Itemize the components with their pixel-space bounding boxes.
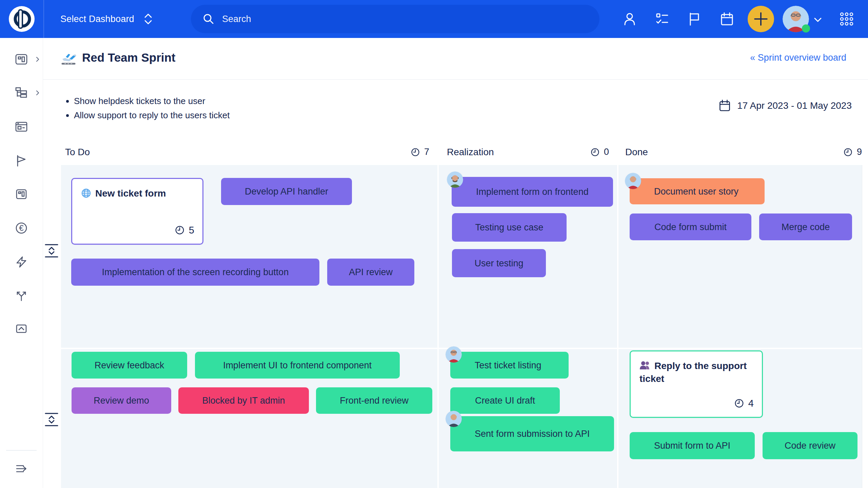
top-header: Select Dashboard	[0, 0, 868, 38]
chevron-right-icon[interactable]	[35, 90, 41, 96]
sidebar-item-dashboards[interactable]	[15, 53, 28, 66]
clock-icon	[734, 398, 744, 408]
left-sidebar: €	[0, 38, 43, 488]
sidebar-item-projects[interactable]	[15, 86, 28, 100]
card-new-ticket-form[interactable]: New ticket form 5	[71, 178, 203, 245]
flag-icon[interactable]	[687, 12, 702, 26]
column-header-done: Done 9	[618, 139, 865, 165]
card-test-ticket-listing[interactable]: Test ticket listing	[450, 352, 569, 379]
globe-icon	[81, 188, 91, 198]
browser-window-icon	[15, 120, 28, 134]
card-merge-code[interactable]: Merge code	[759, 214, 852, 240]
assignee-avatar	[447, 171, 463, 188]
clock-icon	[590, 147, 600, 157]
plus-icon	[753, 12, 768, 26]
sprint-overview-link[interactable]: « Sprint overview board	[750, 53, 846, 63]
lane2-done-cell: Reply to the support ticket 4 Submit for…	[618, 349, 862, 488]
lane1-done-cell: Document user story Code form submit Mer…	[618, 165, 862, 348]
clock-icon	[411, 147, 420, 157]
projects-tree-icon	[15, 86, 28, 100]
automation-zap-icon	[15, 255, 28, 269]
page-title: Red Team Sprint	[82, 51, 176, 64]
card-api-review[interactable]: API review	[327, 259, 414, 286]
workflow-split-icon	[15, 288, 28, 302]
collapse-menu-icon	[15, 462, 28, 475]
search-icon	[202, 13, 215, 25]
search-bar[interactable]	[191, 5, 599, 33]
card-front-end-review[interactable]: Front-end review	[316, 387, 432, 414]
card-title: New ticket form	[81, 187, 194, 200]
card-create-ui-draft[interactable]: Create UI draft	[450, 387, 560, 414]
sprint-goal-item: Allow support to reply to the users tick…	[74, 108, 230, 122]
collapse-sidebar-button[interactable]	[15, 462, 28, 475]
card-review-feedback[interactable]: Review feedback	[72, 352, 187, 379]
clock-icon	[175, 225, 185, 235]
card-reply-support-ticket[interactable]: Reply to the support ticket 4	[630, 350, 763, 418]
clock-icon	[843, 147, 853, 157]
lane1-realization-cell: Implement form on frontend Testing use c…	[439, 165, 617, 348]
dashboard-selector[interactable]: Select Dashboard	[60, 0, 153, 38]
card-implement-form-frontend[interactable]: Implement form on frontend	[452, 177, 613, 207]
app-logo[interactable]	[8, 6, 35, 32]
archive-box-icon	[15, 322, 28, 336]
card-develop-api-handler[interactable]: Develop API handler	[221, 178, 352, 205]
card-implement-ui-component[interactable]: Implement UI to frontend component	[195, 352, 400, 379]
calendar-icon	[718, 99, 731, 112]
sprint-date-range[interactable]: 17 Apr 2023 - 01 May 2023	[718, 99, 852, 112]
card-review-demo[interactable]: Review demo	[72, 387, 171, 414]
sidebar-item-pages[interactable]	[15, 120, 28, 134]
app-window: Select Dashboard	[0, 0, 868, 488]
swimlane-collapse-handle[interactable]	[45, 244, 58, 258]
finance-euro-icon: €	[15, 221, 28, 235]
board-scroll-gutter[interactable]	[862, 165, 868, 488]
sidebar-item-finance[interactable]: €	[15, 221, 28, 235]
card-submit-form-api[interactable]: Submit form to API	[630, 432, 755, 459]
dashboard-icon	[15, 53, 28, 66]
assignee-avatar	[446, 411, 462, 427]
card-sent-form-submission[interactable]: Sent form submission to API	[450, 416, 614, 451]
column-header-todo: To Do 7	[61, 139, 437, 165]
user-avatar[interactable]	[783, 6, 809, 32]
card-document-user-story[interactable]: Document user story	[630, 178, 765, 204]
column-header-realization: Realization 0	[439, 139, 617, 165]
sidebar-item-milestones[interactable]	[15, 154, 28, 167]
card-blocked-by-it-admin[interactable]: Blocked by IT admin	[178, 387, 309, 414]
column-hours: 0	[590, 147, 609, 157]
dashboard-selector-label: Select Dashboard	[60, 14, 134, 24]
column-title: To Do	[65, 147, 90, 158]
user-icon[interactable]	[623, 12, 637, 26]
swimlane-collapse-handle[interactable]	[45, 412, 58, 427]
sidebar-divider	[6, 450, 37, 451]
calendar-icon[interactable]	[720, 12, 734, 26]
date-range-label: 17 Apr 2023 - 01 May 2023	[737, 100, 852, 111]
section-divider	[43, 79, 868, 80]
card-estimate: 5	[175, 223, 194, 237]
sidebar-item-workflow[interactable]	[15, 288, 28, 302]
sidebar-item-archive[interactable]	[15, 322, 28, 336]
card-code-form-submit[interactable]: Code form submit	[630, 214, 751, 240]
lane2-realization-cell: Test ticket listing Create UI draft Sent…	[439, 349, 617, 488]
card-user-testing[interactable]: User testing	[452, 249, 546, 277]
assignee-avatar	[446, 346, 462, 363]
chevron-right-icon[interactable]	[35, 56, 41, 62]
sidebar-item-automation[interactable]	[15, 255, 28, 269]
card-code-review[interactable]: Code review	[763, 432, 857, 459]
add-plus-button[interactable]	[748, 6, 774, 32]
column-title: Realization	[447, 147, 494, 158]
search-input[interactable]	[221, 14, 562, 25]
chevron-down-icon[interactable]	[813, 15, 823, 24]
svg-text:€: €	[19, 223, 24, 232]
card-testing-use-case[interactable]: Testing use case	[452, 213, 567, 242]
header-divider	[43, 0, 44, 38]
sprint-goals-list: Show helpdesk tickets to the user Allow …	[64, 94, 230, 122]
column-title: Done	[625, 147, 648, 158]
plane-departure-icon	[61, 50, 77, 66]
pennant-icon	[15, 154, 28, 167]
sprint-goal-item: Show helpdesk tickets to the user	[74, 94, 230, 108]
sidebar-item-boards[interactable]	[15, 187, 28, 201]
tasks-checklist-icon[interactable]	[655, 12, 669, 26]
board-icon	[15, 187, 28, 201]
column-hours: 7	[411, 147, 429, 157]
apps-grid-icon[interactable]	[840, 12, 854, 26]
card-implementation-screen-recording[interactable]: Implementation of the screen recording b…	[71, 259, 319, 286]
